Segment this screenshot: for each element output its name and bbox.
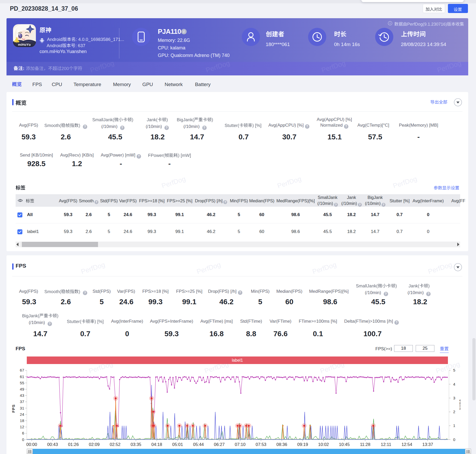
svg-text:FPS: FPS: [11, 404, 16, 413]
svg-text:00:43: 00:43: [47, 442, 58, 447]
svg-text:0: 0: [22, 437, 24, 442]
svg-text:12:11: 12:11: [381, 442, 391, 447]
svg-text:07:53: 07:53: [256, 442, 266, 447]
svg-text:09:19: 09:19: [297, 442, 308, 447]
svg-text:6: 6: [22, 431, 24, 435]
svg-text:18: 18: [20, 418, 24, 423]
svg-text:13:37: 13:37: [422, 442, 433, 447]
svg-text:00:00: 00:00: [26, 442, 37, 447]
svg-text:Jank: Jank: [459, 399, 460, 410]
svg-text:0: 0: [453, 437, 455, 442]
svg-text:4: 4: [453, 382, 455, 386]
svg-text:49: 49: [20, 387, 24, 391]
svg-text:05:01: 05:01: [172, 442, 183, 447]
svg-text:12:54: 12:54: [401, 442, 412, 447]
svg-text:01:26: 01:26: [68, 442, 79, 447]
svg-text:08:36: 08:36: [276, 442, 287, 447]
svg-text:06:27: 06:27: [214, 442, 225, 447]
svg-text:3: 3: [453, 396, 455, 400]
svg-text:37: 37: [20, 399, 24, 404]
svg-text:43: 43: [20, 393, 24, 398]
svg-text:11:28: 11:28: [360, 442, 370, 447]
svg-text:12: 12: [20, 425, 24, 429]
svg-text:10:02: 10:02: [318, 442, 329, 447]
svg-text:02:09: 02:09: [89, 442, 100, 447]
svg-text:31: 31: [20, 406, 24, 410]
svg-text:24: 24: [20, 412, 24, 417]
svg-text:61: 61: [20, 374, 24, 379]
svg-text:2: 2: [453, 410, 455, 414]
svg-text:55: 55: [20, 381, 24, 385]
svg-text:1: 1: [453, 423, 455, 428]
svg-text:04:18: 04:18: [151, 442, 162, 447]
svg-text:67: 67: [20, 368, 24, 372]
svg-text:05:44: 05:44: [193, 442, 204, 447]
svg-text:03:35: 03:35: [131, 442, 141, 447]
svg-text:02:52: 02:52: [110, 442, 120, 447]
svg-text:10:45: 10:45: [339, 442, 350, 447]
svg-text:07:10: 07:10: [235, 442, 245, 447]
